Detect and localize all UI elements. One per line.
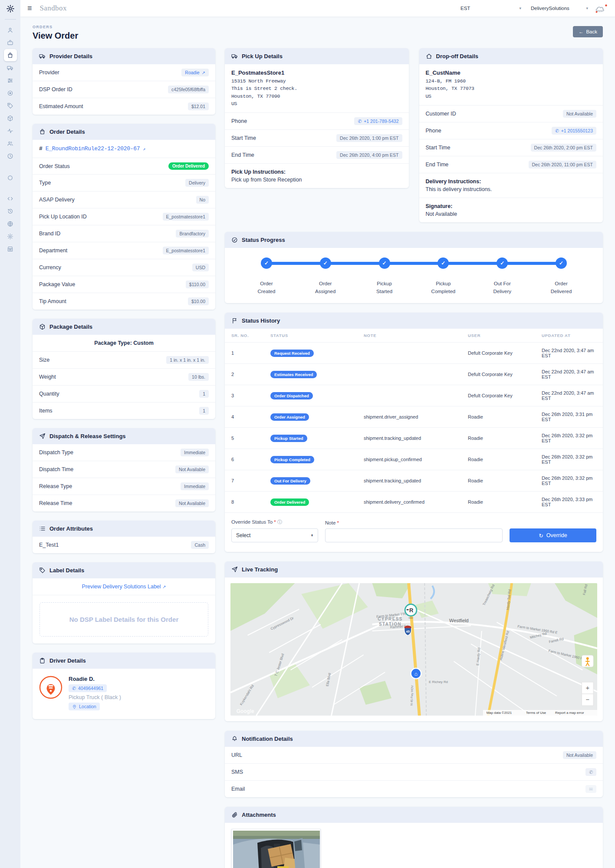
sidebar-item-user[interactable] [4,24,17,36]
card-header: Order Attributes [33,521,215,537]
back-button[interactable]: ← Back [573,26,603,37]
home-icon [426,53,432,59]
sidebar-item-orders[interactable] [4,49,17,61]
progress-stepper: ✓OrderCreated ✓OrderAssigned ✓PickupStar… [225,248,603,304]
override-section: Override Status To * ⓘ Select ▲▼ Note * … [225,513,603,552]
row-value: 1 [199,407,209,415]
location-label: Location [79,704,96,709]
sidebar-item-deliveries[interactable] [4,62,17,74]
instructions-label: Pick Up Instructions: [231,169,402,175]
svg-text:−: − [585,696,589,703]
sidebar-item-briefcase[interactable] [4,36,17,49]
sidebar-item-schedule[interactable] [4,150,17,162]
progress-step: ✓Out ForDelivery [473,257,532,296]
left-column: Provider Details ProviderRoadie↗ DSP Ord… [33,48,215,719]
preview-label-link[interactable]: Preview Delivery Solutions Label ↗ [33,578,215,595]
sidebar-item-store[interactable] [4,243,17,255]
report-map-error-link[interactable]: Report a map error [555,711,584,715]
zoom-out-control[interactable]: − [582,694,593,706]
table-row: Start TimeDec 26th 2020, 1:00 pm EST [225,130,409,147]
destination-marker[interactable]: ⌂ [411,668,421,679]
pegman-control[interactable] [582,655,593,667]
live-tracking-card: Live Tracking [225,561,603,721]
sidebar-item-globe[interactable] [4,218,17,230]
status-badge: Out For Delivery [270,477,310,485]
table-row: 5Pickup Startedshipment.tracking_updated… [225,428,603,449]
table-row: DepartmentE_postmatesstore1 [33,242,215,259]
driver-phone-link[interactable]: ✆4049644961 [69,684,107,692]
tracking-map[interactable]: Cypresswood Dr T C Jester Blvd Ella Blvd… [230,583,597,716]
row-label: Release Time [39,500,72,506]
sidebar-item-ring[interactable] [4,172,17,184]
note-input[interactable] [325,528,503,542]
note: shipment.driver_assigned [364,414,468,419]
dropoff-details-card: Drop-off Details E_CustName 124-B, FM 19… [419,48,603,222]
card-title: Attachments [242,812,276,818]
row-value: Immediate [181,482,209,490]
sidebar-item-developer[interactable] [4,192,17,205]
table-row: 3Order DispatchedDefult Corporate KeyDec… [225,385,603,406]
pickup-photo-thumbnail[interactable] [231,829,321,868]
sidebar-item-packages[interactable] [4,112,17,124]
pickup-phone-link[interactable]: ✆+1 201-789-5432 [354,117,402,125]
card-title: Order Attributes [49,525,93,532]
override-status-select[interactable]: Select ▲▼ [231,528,318,542]
driver-location-link[interactable]: Location [69,703,100,710]
terms-link[interactable]: Terms of Use [526,711,546,715]
sidebar-item-settings-sliders[interactable] [4,74,17,86]
override-button[interactable]: ↻Override [510,528,596,542]
override-button-label: Override [546,532,567,538]
row-value: c425fe05f68fbffa [168,86,209,93]
signature-value: Not Available [426,211,597,217]
driver-avatar [39,676,62,699]
provider-link[interactable]: Roadie↗ [181,69,209,76]
organization-select[interactable]: DeliverySolutions ▾ [531,6,588,11]
driver-vehicle: Pickup Truck ( Black ) [69,694,121,700]
bell-icon [231,736,238,742]
status-badge: Order Delivered [270,498,309,506]
paperclip-icon [231,812,238,818]
timezone-select[interactable]: EST ▾ [460,6,521,11]
app-logo-gear-icon[interactable] [6,4,15,15]
driver-body: Roadie D. ✆4049644961 Pickup Truck ( Bla… [33,669,215,719]
flag-icon [231,317,238,324]
orders-bag-icon [39,129,46,135]
address-line: Houston, TX 77073 [426,85,597,92]
row-label: Phone [231,118,247,124]
sidebar-item-tags[interactable] [4,99,17,112]
sidebar-item-activity[interactable] [4,125,17,137]
sr-no: 5 [231,436,270,441]
step-label-line: Completed [431,288,456,296]
clipboard-icon [39,657,46,664]
sidebar-item-history[interactable] [4,205,17,217]
progress-step: ✓PickupStarted [355,257,414,296]
progress-step: ✓OrderCreated [237,257,296,296]
no-label-message: No DSP Label Details for this Order [39,602,208,637]
sidebar-item-target[interactable] [4,87,17,99]
table-row: Phone✆+1 2015550123 [419,122,603,139]
row-value: Dec 26th 2020, 4:00 pm EST [336,151,402,159]
station-label: CYPRESS [378,617,403,621]
card-title: Package Details [49,323,92,330]
order-number-link[interactable]: E_RoundRobinRule22-12-2020-67 [46,145,140,152]
table-row: Size1 in. x 1 in. x 1 in. [33,352,215,369]
updated-at: Dec 26th 2020, 3:32 pm EST [542,433,596,443]
progress-step: ✓OrderAssigned [296,257,355,296]
menu-icon[interactable]: ≡ [27,4,32,12]
row-value: Dec 26th 2020, 11:00 pm EST [529,161,596,168]
sidebar-item-preferences[interactable] [4,230,17,242]
email-icon: ✉ [585,785,596,793]
interstate-45-shield-icon: 45 [405,626,411,636]
card-title: Live Tracking [242,566,278,573]
brand-route-logo-icon [595,3,608,13]
zoom-in-control[interactable]: + [582,682,593,694]
address-line: 15315 North Freeway [231,77,402,85]
dropoff-phone-link[interactable]: ✆+1 2015550123 [552,127,596,135]
target-icon [7,90,13,96]
card-title: Order Details [49,129,85,135]
card-header: Attachments [225,807,603,823]
card-header: Live Tracking [225,561,603,578]
order-attributes-card: Order Attributes E_Test1Cash [33,521,215,553]
sidebar-item-users[interactable] [4,137,17,149]
row-value: Not Available [563,751,596,759]
